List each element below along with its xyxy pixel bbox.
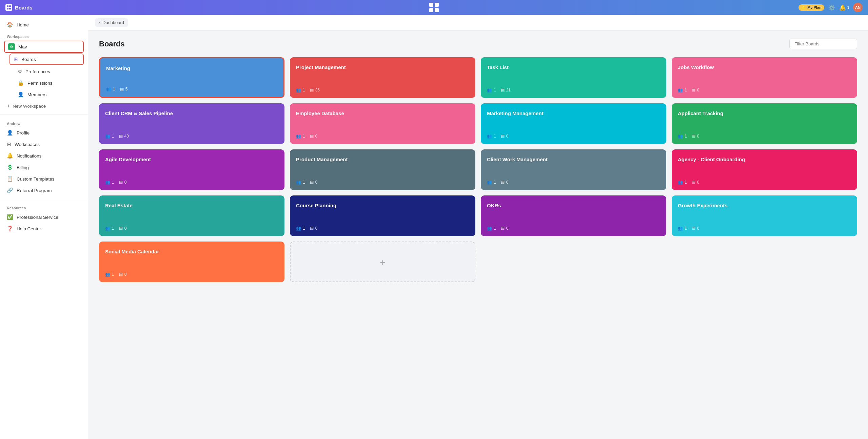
- sidebar-item-workspaces[interactable]: ⊞ Workspaces: [0, 139, 88, 150]
- tasks-stat-count: 36: [315, 88, 320, 92]
- svg-rect-7: [435, 8, 439, 12]
- board-card-title: Course Planning: [296, 202, 469, 209]
- board-card-title: Applicant Tracking: [678, 110, 851, 117]
- board-card-agile-development[interactable]: Agile Development 👥 1 ▤ 0: [99, 149, 284, 190]
- members-stat-icon: 👥: [678, 226, 683, 231]
- board-tasks-stat: ▤ 5: [120, 87, 128, 91]
- tasks-stat-icon: ▤: [692, 180, 695, 185]
- board-card-task-list[interactable]: Task List 👥 1 ▤ 21: [481, 57, 666, 98]
- tasks-stat-icon: ▤: [501, 226, 505, 231]
- topbar-right: ⭐ My Plan ⚙️ 🔔 0 AN: [798, 3, 863, 12]
- resources-section-label: Resources: [0, 202, 88, 211]
- notifications-btn[interactable]: 🔔 0: [839, 4, 849, 11]
- board-tasks-stat: ▤ 21: [501, 88, 511, 92]
- board-card-stats: 👥 1 ▤ 0: [296, 134, 469, 139]
- permissions-label: Permissions: [27, 81, 53, 86]
- custom-templates-label: Custom Templates: [17, 176, 55, 182]
- board-card-project-management[interactable]: Project Management 👥 1 ▤ 36: [290, 57, 475, 98]
- members-stat-count: 1: [303, 180, 305, 185]
- board-card-jobs-workflow[interactable]: Jobs Workflow 👥 1 ▤ 0: [672, 57, 857, 98]
- tasks-stat-icon: ▤: [120, 87, 124, 91]
- notifications-nav-label: Notifications: [17, 153, 42, 159]
- sidebar-item-home[interactable]: 🏠 Home: [0, 19, 88, 30]
- board-card-real-estate[interactable]: Real Estate 👥 1 ▤ 0: [99, 195, 284, 236]
- members-stat-icon: 👥: [105, 272, 110, 277]
- tasks-stat-count: 0: [697, 134, 699, 139]
- sidebar-item-notifications[interactable]: 🔔 Notifications: [0, 150, 88, 162]
- workspaces-nav-label: Workspaces: [15, 142, 40, 147]
- board-tasks-stat: ▤ 0: [310, 134, 318, 139]
- topbar-center-logo: [428, 1, 440, 14]
- tasks-stat-icon: ▤: [501, 134, 505, 139]
- new-workspace-btn[interactable]: + New Workspace: [0, 100, 88, 112]
- tasks-stat-count: 0: [697, 180, 699, 185]
- members-stat-icon: 👥: [487, 88, 492, 92]
- board-card-client-work-management[interactable]: Client Work Management 👥 1 ▤ 0: [481, 149, 666, 190]
- board-members-stat: 👥 1: [678, 88, 687, 92]
- board-card-client-crm[interactable]: Client CRM & Sales Pipeline 👥 1 ▤ 48: [99, 103, 284, 144]
- tasks-stat-icon: ▤: [119, 226, 123, 231]
- sidebar-workspace-mav[interactable]: ⚙ Mav: [4, 41, 84, 53]
- board-card-social-media-calendar[interactable]: Social Media Calendar 👥 1 ▤ 0: [99, 242, 284, 282]
- board-card-employee-database[interactable]: Employee Database 👥 1 ▤ 0: [290, 103, 475, 144]
- board-card-title: Project Management: [296, 64, 469, 71]
- sidebar-item-billing[interactable]: 💲 Billing: [0, 162, 88, 173]
- breadcrumb-dashboard-btn[interactable]: ‹ Dashboard: [95, 18, 128, 27]
- sidebar-item-members[interactable]: 👤 Members: [0, 89, 88, 100]
- board-card-applicant-tracking[interactable]: Applicant Tracking 👥 1 ▤ 0: [672, 103, 857, 144]
- board-members-stat: 👥 1: [487, 88, 496, 92]
- board-card-marketing[interactable]: Marketing 👥 1 ▤ 5: [99, 57, 284, 98]
- board-card-add-new[interactable]: +: [290, 242, 475, 282]
- tasks-stat-count: 5: [125, 87, 128, 91]
- board-card-stats: 👥 1 ▤ 0: [487, 226, 660, 231]
- home-icon: 🏠: [7, 22, 13, 28]
- user-avatar[interactable]: AN: [853, 3, 863, 12]
- tasks-stat-count: 0: [697, 226, 699, 231]
- brand: Boards: [5, 4, 33, 11]
- sidebar-item-preferences[interactable]: ⚙ Preferences: [0, 66, 88, 77]
- myplan-badge[interactable]: ⭐ My Plan: [798, 4, 824, 11]
- professional-service-label: Professional Service: [17, 215, 58, 220]
- board-card-growth-experiments[interactable]: Growth Experiments 👥 1 ▤ 0: [672, 195, 857, 236]
- board-card-agency-client-onboarding[interactable]: Agency - Client Onboarding 👥 1 ▤ 0: [672, 149, 857, 190]
- members-stat-count: 1: [113, 87, 115, 91]
- settings-icon-btn[interactable]: ⚙️: [828, 4, 835, 11]
- sidebar-item-permissions[interactable]: 🔒 Permissions: [0, 77, 88, 89]
- board-card-stats: 👥 1 ▤ 0: [105, 272, 278, 277]
- board-card-title: Marketing Management: [487, 110, 660, 117]
- sidebar-item-custom-templates[interactable]: 📋 Custom Templates: [0, 173, 88, 185]
- members-stat-icon: 👥: [296, 134, 301, 139]
- board-card-product-management[interactable]: Product Management 👥 1 ▤ 0: [290, 149, 475, 190]
- board-card-stats: 👥 1 ▤ 0: [678, 88, 851, 92]
- board-card-marketing-management[interactable]: Marketing Management 👥 1 ▤ 0: [481, 103, 666, 144]
- board-card-title: Client CRM & Sales Pipeline: [105, 110, 278, 117]
- board-card-title: Social Media Calendar: [105, 248, 278, 255]
- board-card-okrs[interactable]: OKRs 👥 1 ▤ 0: [481, 195, 666, 236]
- members-stat-icon: 👥: [296, 226, 301, 231]
- svg-rect-4: [429, 3, 433, 7]
- sidebar-item-boards[interactable]: ⊞ Boards: [9, 54, 84, 65]
- tasks-stat-count: 0: [506, 226, 509, 231]
- svg-rect-5: [435, 3, 439, 7]
- help-center-label: Help Center: [17, 226, 41, 231]
- filter-boards-input[interactable]: [789, 39, 857, 49]
- sidebar-item-profile[interactable]: 👤 Profile: [0, 127, 88, 139]
- members-stat-count: 1: [494, 134, 496, 139]
- boards-container: Boards Marketing 👥 1 ▤ 5 Project Managem…: [88, 30, 868, 290]
- tasks-stat-count: 0: [124, 272, 127, 277]
- board-tasks-stat: ▤ 0: [692, 88, 699, 92]
- board-card-course-planning[interactable]: Course Planning 👥 1 ▤ 0: [290, 195, 475, 236]
- board-card-stats: 👥 1 ▤ 36: [296, 88, 469, 92]
- sidebar-item-professional-service[interactable]: ✅ Professional Service: [0, 211, 88, 223]
- breadcrumb-label: Dashboard: [102, 20, 124, 25]
- members-stat-count: 1: [303, 226, 305, 231]
- members-stat-icon: 👥: [105, 180, 110, 185]
- sidebar-item-help-center[interactable]: ❓ Help Center: [0, 223, 88, 234]
- billing-icon: 💲: [7, 164, 13, 170]
- svg-rect-0: [7, 5, 8, 7]
- sidebar-item-referral[interactable]: 🔗 Referral Program: [0, 185, 88, 196]
- board-card-stats: 👥 1 ▤ 0: [678, 226, 851, 231]
- svg-rect-3: [9, 8, 11, 9]
- board-tasks-stat: ▤ 0: [501, 226, 509, 231]
- board-members-stat: 👥 1: [296, 134, 305, 139]
